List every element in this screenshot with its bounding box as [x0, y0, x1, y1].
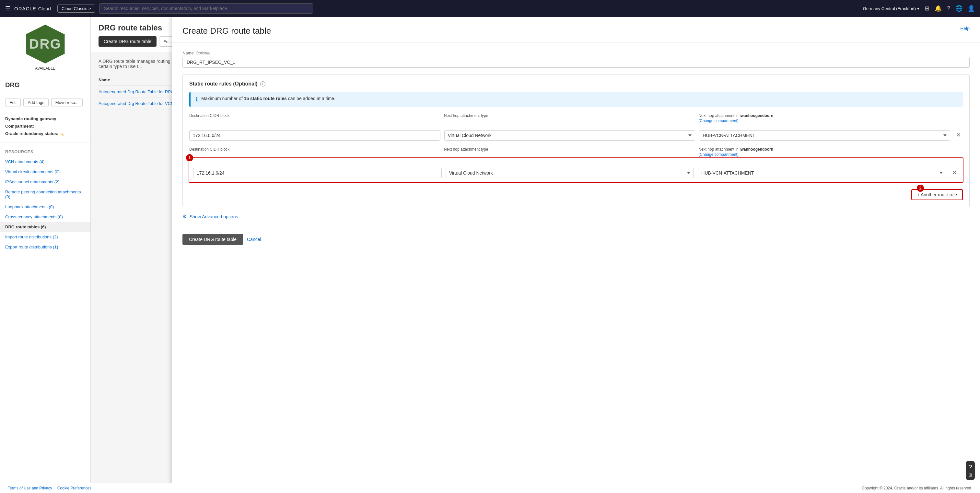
notifications-icon[interactable]: 🔔 — [935, 5, 942, 12]
next-hop-in-text: Next hop attachment in iwanhoogendoorn — [698, 113, 949, 118]
cidr-field-1 — [189, 130, 441, 141]
sidebar-info: Dynamic routing gateway Compartment: Ora… — [0, 111, 91, 143]
modal-header: Create DRG route table Help — [172, 17, 980, 43]
edit-button[interactable]: Edit — [5, 98, 21, 107]
drg-logo: DRG — [26, 25, 65, 63]
bottom-bar: Terms of Use and Privacy Cookie Preferen… — [0, 483, 980, 493]
region-selector[interactable]: Germany Central (Frankfurt) ▾ — [863, 6, 920, 11]
redundancy-label: Oracle redundancy status: — [5, 131, 58, 136]
copyright-text: Copyright © 2024, Oracle and/or its affi… — [862, 486, 972, 490]
dest-cidr-label: Destination CIDR block — [189, 113, 440, 118]
grid-widget-icon[interactable]: ⊞ — [968, 472, 972, 477]
sidebar-status: AVAILABLE — [35, 66, 56, 71]
user-icon[interactable]: 👤 — [968, 5, 975, 12]
attachment-field-1: HUB-VCN-ATTACHMENTSPOKE-VCN-1-ATTACHMENT… — [699, 130, 950, 141]
hop-type-field-2: Virtual Cloud NetworkVPN Site-to-SiteFas… — [445, 168, 694, 178]
attachment-select-2[interactable]: HUB-VCN-ATTACHMENTSPOKE-VCN-1-ATTACHMENT… — [698, 168, 946, 178]
add-rule-area: 2 + Another route rule — [189, 188, 963, 200]
optional-label: Optional — [196, 51, 210, 55]
dest-cidr-header: Destination CIDR block — [189, 113, 440, 123]
sidebar-item-virtual-circuit-attachments-(0)[interactable]: Virtual circuit attachments (0) — [0, 167, 91, 177]
step-2-badge: 2 — [917, 185, 924, 192]
oracle-logo-text: ORACLE — [14, 6, 36, 11]
sidebar-nav: VCN attachments (4)Virtual circuit attac… — [0, 157, 91, 252]
create-route-table-submit-button[interactable]: Create DRG route table — [183, 234, 243, 245]
cidr-field-2 — [193, 168, 442, 178]
language-icon[interactable]: 🌐 — [955, 5, 963, 12]
cidr-input-2[interactable] — [193, 168, 442, 178]
help-link[interactable]: Help — [960, 26, 970, 31]
cloud-classic-button[interactable]: Cloud Classic > — [57, 5, 95, 13]
nav-right: Germany Central (Frankfurt) ▾ ⊞ 🔔 ? 🌐 👤 — [863, 5, 975, 12]
next-hop-type-header: Next hop attachment type — [444, 113, 695, 123]
route-rule-2-container: 1 Virtual Cloud NetworkVPN Site-to-SiteF… — [189, 157, 963, 183]
info-circle-icon: i — [260, 81, 266, 87]
sidebar-item-import-route-distributions-(3)[interactable]: Import route distributions (3) — [0, 232, 91, 242]
move-resource-button[interactable]: Move reso... — [51, 98, 83, 107]
dest-cidr-label-2: Destination CIDR block — [189, 147, 440, 152]
help-widget[interactable]: ? ⊞ — [966, 461, 975, 480]
cancel-button[interactable]: Cancel — [247, 237, 261, 242]
bottom-links: Terms of Use and Privacy Cookie Preferen… — [8, 486, 91, 490]
step-1-badge: 1 — [186, 154, 193, 161]
change-compartment-link-2[interactable]: (Change compartment) — [698, 152, 738, 157]
route-rule-header: Destination CIDR block Next hop attachme… — [189, 113, 963, 123]
resources-section: Resources VCN attachments (4)Virtual cir… — [0, 143, 91, 256]
hamburger-icon[interactable]: ☰ — [5, 5, 10, 12]
help-widget-icon[interactable]: ? — [968, 463, 972, 471]
hop-type-select-1[interactable]: Virtual Cloud NetworkVPN Site-to-SiteFas… — [444, 130, 695, 141]
sidebar-item-cross-tenancy-attachments-(0)[interactable]: Cross-tenancy attachments (0) — [0, 212, 91, 222]
drg-logo-text: DRG — [29, 36, 61, 52]
route-rule-2-header: Destination CIDR block Next hop attachme… — [189, 147, 963, 157]
table-col-name: Name — [99, 78, 110, 82]
remove-rule-2-button[interactable]: ✕ — [950, 167, 959, 178]
region-label: Germany Central (Frankfurt) — [863, 6, 916, 11]
top-navigation: ☰ ORACLE Cloud Cloud Classic > Germany C… — [0, 0, 980, 17]
modal-body: Name Optional Static route rules (Option… — [172, 43, 980, 227]
name-input[interactable] — [183, 57, 970, 68]
sidebar-title-area: DRG — [0, 76, 91, 94]
attachment-field-2: HUB-VCN-ATTACHMENTSPOKE-VCN-1-ATTACHMENT… — [698, 168, 946, 178]
name-label-text: Name — [183, 51, 194, 55]
resources-heading: Resources — [0, 147, 91, 157]
next-hop-type-label-2: Next hop attachment type — [444, 147, 695, 152]
sidebar-item-export-route-distributions-(1)[interactable]: Export route distributions (1) — [0, 242, 91, 252]
help-icon[interactable]: ? — [947, 5, 950, 12]
cidr-input-1[interactable] — [189, 130, 441, 141]
remove-rule-1-button[interactable]: ✕ — [954, 130, 963, 141]
info-banner: ℹ Maximum number of 15 static route rule… — [189, 92, 963, 107]
search-input[interactable] — [99, 3, 313, 14]
console-icon[interactable]: ⊞ — [924, 5, 929, 12]
attachment-select-1[interactable]: HUB-VCN-ATTACHMENTSPOKE-VCN-1-ATTACHMENT… — [699, 130, 950, 141]
main-container: DRG AVAILABLE DRG Edit Add tags Move res… — [0, 17, 980, 493]
sidebar-item-drg-route-tables-(6)[interactable]: DRG route tables (6) — [0, 222, 91, 232]
cookie-link[interactable]: Cookie Preferences — [57, 486, 91, 490]
add-tags-button[interactable]: Add tags — [23, 98, 48, 107]
change-compartment-link-1[interactable]: (Change compartment) — [698, 119, 738, 123]
advanced-options-label: Show Advanced options — [189, 214, 238, 219]
info-banner-text: Maximum number of 15 static route rules … — [201, 96, 336, 101]
sidebar-item-remote-peering-connection-attachments-(0)[interactable]: Remote peering connection attachments (0… — [0, 187, 91, 202]
static-route-rules-section: Static route rules (Optional) i ℹ Maximu… — [183, 74, 970, 207]
sidebar-item-loopback-attachments-(0)[interactable]: Loopback attachments (0) — [0, 202, 91, 212]
region-chevron-icon: ▾ — [917, 6, 920, 11]
modal-footer: Create DRG route table Cancel — [172, 227, 980, 251]
compartment-label: Compartment: — [5, 124, 85, 128]
sidebar-logo-area: DRG AVAILABLE — [0, 17, 91, 76]
oracle-logo: ORACLE Cloud — [14, 6, 51, 11]
terms-link[interactable]: Terms of Use and Privacy — [8, 486, 52, 490]
dynamic-routing-label: Dynamic routing gateway — [5, 116, 85, 121]
oracle-logo-cloud: Cloud — [38, 6, 51, 11]
hop-type-select-2[interactable]: Virtual Cloud NetworkVPN Site-to-SiteFas… — [445, 168, 694, 178]
name-label: Name Optional — [183, 51, 970, 55]
next-hop-attachment-header: Next hop attachment in iwanhoogendoorn (… — [698, 113, 949, 123]
route-rules-title: Static route rules (Optional) i — [189, 81, 963, 87]
route-rule-2: Virtual Cloud NetworkVPN Site-to-SiteFas… — [189, 157, 964, 183]
hop-type-field-1: Virtual Cloud NetworkVPN Site-to-SiteFas… — [444, 130, 695, 141]
sidebar-item-vcn-attachments-(4)[interactable]: VCN attachments (4) — [0, 157, 91, 167]
create-drg-route-table-button[interactable]: Create DRG route table — [99, 36, 156, 47]
info-banner-icon: ℹ — [196, 96, 198, 103]
route-rule-1: Virtual Cloud NetworkVPN Site-to-SiteFas… — [189, 124, 963, 141]
sidebar-item-ipsec-tunnel-attachments-(2)[interactable]: IPSec tunnel attachments (2) — [0, 177, 91, 187]
advanced-options-toggle[interactable]: ⚙ Show Advanced options — [183, 214, 970, 220]
